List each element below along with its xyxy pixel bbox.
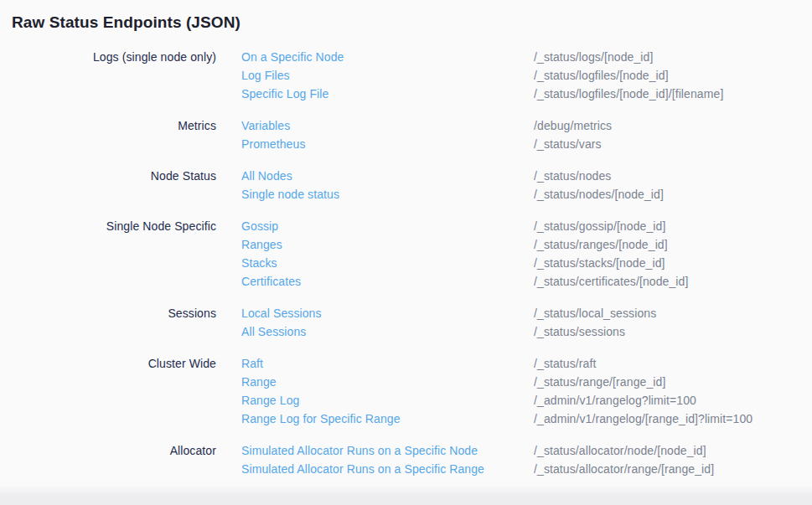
endpoint-path: /_status/vars (534, 135, 812, 153)
endpoint-row: Variables /debug/metrics (241, 116, 812, 135)
endpoint-path: /_status/range/[range_id] (534, 373, 812, 391)
endpoint-link[interactable]: Range Log for Specific Range (241, 410, 534, 428)
endpoint-path: /_status/allocator/node/[node_id] (534, 441, 812, 460)
endpoint-group-single-node: Single Node Specific Gossip /_status/gos… (0, 217, 812, 291)
endpoint-path: /_status/sessions (534, 322, 812, 341)
group-label: Metrics (0, 116, 216, 153)
endpoint-path: /_status/local_sessions (534, 304, 812, 322)
endpoint-link[interactable]: All Sessions (241, 322, 534, 341)
endpoint-row: All Nodes /_status/nodes (241, 167, 812, 185)
group-rows: On a Specific Node /_status/logs/[node_i… (241, 48, 812, 103)
group-label: Single Node Specific (0, 217, 216, 291)
endpoint-link[interactable]: Raft (241, 354, 534, 373)
endpoint-group-logs: Logs (single node only) On a Specific No… (0, 48, 812, 103)
endpoint-link[interactable]: Certificates (241, 272, 534, 291)
endpoint-link[interactable]: Simulated Allocator Runs on a Specific R… (241, 460, 534, 478)
endpoint-row: Single node status /_status/nodes/[node_… (241, 185, 812, 204)
group-rows: Local Sessions /_status/local_sessions A… (241, 304, 812, 341)
endpoint-link[interactable]: Log Files (241, 66, 534, 85)
endpoint-path: /_status/gossip/[node_id] (534, 217, 812, 235)
endpoint-link[interactable]: Stacks (241, 254, 534, 272)
endpoint-row: Range Log /_admin/v1/rangelog?limit=100 (241, 391, 812, 410)
endpoint-group-metrics: Metrics Variables /debug/metrics Prometh… (0, 116, 812, 153)
group-label: Logs (single node only) (0, 48, 216, 103)
endpoint-link[interactable]: Range Log (241, 391, 534, 410)
endpoint-row: Ranges /_status/ranges/[node_id] (241, 235, 812, 254)
endpoint-link[interactable]: Ranges (241, 235, 534, 254)
endpoint-path: /debug/metrics (534, 116, 812, 135)
endpoint-path: /_status/stacks/[node_id] (534, 254, 812, 272)
endpoint-path: /_status/allocator/range/[range_id] (534, 460, 812, 478)
group-label: Allocator (0, 441, 216, 478)
endpoint-row: Stacks /_status/stacks/[node_id] (241, 254, 812, 272)
endpoint-row: Simulated Allocator Runs on a Specific N… (241, 441, 812, 460)
endpoint-row: Certificates /_status/certificates/[node… (241, 272, 812, 291)
page-title: Raw Status Endpoints (JSON) (12, 11, 812, 33)
endpoint-row: Local Sessions /_status/local_sessions (241, 304, 812, 322)
endpoint-path: /_status/logfiles/[node_id]/[filename] (534, 85, 812, 103)
group-label: Cluster Wide (0, 354, 216, 428)
endpoint-path: /_status/nodes/[node_id] (534, 185, 812, 204)
endpoint-path: /_admin/v1/rangelog/[range_id]?limit=100 (534, 410, 812, 428)
endpoint-group-allocator: Allocator Simulated Allocator Runs on a … (0, 441, 812, 478)
endpoint-path: /_status/logs/[node_id] (534, 48, 812, 66)
endpoint-row: Log Files /_status/logfiles/[node_id] (241, 66, 812, 85)
page-bottom-strip (0, 485, 812, 505)
endpoint-link[interactable]: Single node status (241, 185, 534, 204)
endpoint-row: Raft /_status/raft (241, 354, 812, 373)
endpoint-link[interactable]: Simulated Allocator Runs on a Specific N… (241, 441, 534, 460)
endpoint-link[interactable]: Gossip (241, 217, 534, 235)
endpoint-row: Range Log for Specific Range /_admin/v1/… (241, 410, 812, 428)
endpoint-path: /_status/raft (534, 354, 812, 373)
debug-endpoints-page: Raw Status Endpoints (JSON) Logs (single… (0, 0, 812, 489)
endpoint-link[interactable]: On a Specific Node (241, 48, 534, 66)
endpoint-group-cluster-wide: Cluster Wide Raft /_status/raft Range /_… (0, 354, 812, 428)
endpoint-link[interactable]: Local Sessions (241, 304, 534, 322)
endpoint-path: /_status/nodes (534, 167, 812, 185)
endpoint-row: Range /_status/range/[range_id] (241, 373, 812, 391)
endpoint-link[interactable]: Specific Log File (241, 85, 534, 103)
endpoint-link[interactable]: All Nodes (241, 167, 534, 185)
endpoint-groups: Logs (single node only) On a Specific No… (0, 48, 812, 478)
group-rows: All Nodes /_status/nodes Single node sta… (241, 167, 812, 204)
endpoint-path: /_status/logfiles/[node_id] (534, 66, 812, 85)
group-label: Sessions (0, 304, 216, 341)
group-rows: Raft /_status/raft Range /_status/range/… (241, 354, 812, 428)
endpoint-row: Simulated Allocator Runs on a Specific R… (241, 460, 812, 478)
group-rows: Simulated Allocator Runs on a Specific N… (241, 441, 812, 478)
endpoint-link[interactable]: Prometheus (241, 135, 534, 153)
endpoint-group-node-status: Node Status All Nodes /_status/nodes Sin… (0, 167, 812, 204)
endpoint-row: Prometheus /_status/vars (241, 135, 812, 153)
endpoint-path: /_admin/v1/rangelog?limit=100 (534, 391, 812, 410)
endpoint-row: Gossip /_status/gossip/[node_id] (241, 217, 812, 235)
endpoint-row: On a Specific Node /_status/logs/[node_i… (241, 48, 812, 66)
group-label: Node Status (0, 167, 216, 204)
endpoint-group-sessions: Sessions Local Sessions /_status/local_s… (0, 304, 812, 341)
group-rows: Variables /debug/metrics Prometheus /_st… (241, 116, 812, 153)
endpoint-link[interactable]: Range (241, 373, 534, 391)
endpoint-row: All Sessions /_status/sessions (241, 322, 812, 341)
endpoint-path: /_status/ranges/[node_id] (534, 235, 812, 254)
endpoint-path: /_status/certificates/[node_id] (534, 272, 812, 291)
group-rows: Gossip /_status/gossip/[node_id] Ranges … (241, 217, 812, 291)
endpoint-link[interactable]: Variables (241, 116, 534, 135)
endpoint-row: Specific Log File /_status/logfiles/[nod… (241, 85, 812, 103)
